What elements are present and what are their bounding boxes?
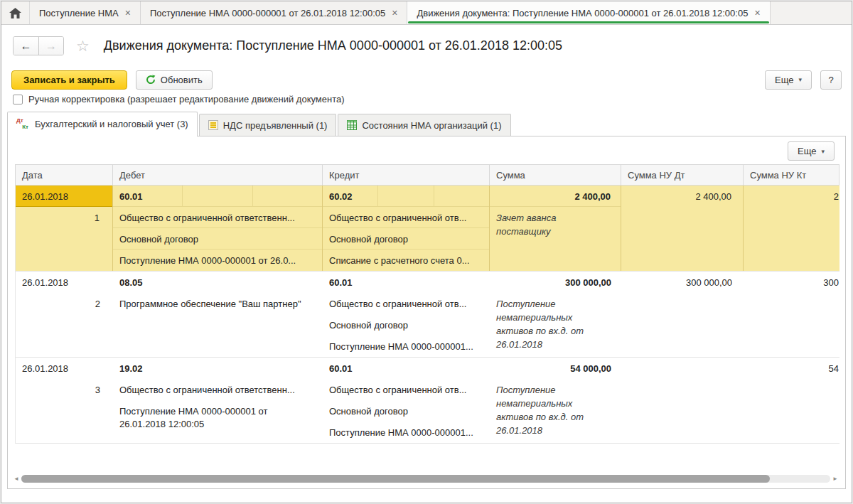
close-icon[interactable]: × <box>125 8 131 18</box>
subconto-entry: Программное обеспечение "Ваш партнер" <box>113 293 323 314</box>
close-icon[interactable]: × <box>754 8 760 18</box>
subconto-entry: Поступление НМА 0000-000001 от 26.01.201… <box>113 400 323 434</box>
table-header: ДатаДебетКредитСуммаСумма НУ ДтСумма НУ … <box>15 164 839 186</box>
scroll-right-arrow-icon[interactable]: ► <box>832 476 838 482</box>
table-more-button[interactable]: Еще ▾ <box>788 141 835 161</box>
sum-nu-dt-cell: 300 000,00 <box>621 272 744 357</box>
sum-nu-kt-amount: 2 <box>744 186 839 206</box>
register-tab-label: Бухгалтерский и налоговый учет (3) <box>35 119 188 129</box>
sum-cell: 54 000,00Поступление нематериальных акти… <box>490 358 621 443</box>
manual-adjustment-row: Ручная корректировка (разрешает редактир… <box>1 92 852 110</box>
row-number: 2 <box>16 293 113 314</box>
subconto-entry: Общество с ограниченной ответственн... <box>113 379 323 400</box>
date-cell: 26.01.20181 <box>16 186 113 271</box>
scroll-left-arrow-icon[interactable]: ◄ <box>14 476 19 482</box>
subconto-entry: Основной договор <box>113 228 322 250</box>
movement-comment: Зачет аванса поставщику <box>490 207 621 241</box>
refresh-button[interactable]: Обновить <box>136 70 213 90</box>
help-button[interactable]: ? <box>820 70 842 90</box>
dtkt-icon: ДтКт <box>16 118 30 130</box>
subconto-entry: Списание с расчетного счета 0... <box>323 250 489 271</box>
debit-abbr: Дт <box>16 118 23 124</box>
debit-cell: 08.05Программное обеспечение "Ваш партне… <box>113 272 323 357</box>
table-row[interactable]: 26.01.2018319.02Общество с ограниченной … <box>15 358 839 444</box>
column-header[interactable]: Дебет <box>113 165 323 185</box>
debit-cell: 19.02Общество с ограниченной ответственн… <box>113 358 323 443</box>
manual-adjustment-checkbox[interactable] <box>13 95 23 104</box>
subconto-entry: Общество с ограниченной ответственн... <box>113 207 322 228</box>
column-header[interactable]: Сумма НУ Дт <box>621 165 744 185</box>
refresh-icon <box>146 75 156 85</box>
register-tab[interactable]: Состояния НМА организаций (1) <box>338 114 510 136</box>
column-header[interactable]: Дата <box>16 165 113 185</box>
subconto-entry: Общество с ограниченной отв... <box>323 207 489 228</box>
column-header[interactable]: Кредит <box>323 165 490 185</box>
register-tab-label: Состояния НМА организаций (1) <box>362 120 501 131</box>
sum-nu-kt-amount: 300 <box>744 272 839 292</box>
window-tab[interactable]: Движения документа: Поступление НМА 0000… <box>407 1 770 24</box>
more-button[interactable]: Еще ▾ <box>765 70 812 90</box>
save-close-button[interactable]: Записать и закрыть <box>11 70 127 90</box>
row-number: 1 <box>16 207 112 228</box>
column-header[interactable]: Сумма НУ Кт <box>744 165 839 185</box>
subconto-spacer <box>378 186 434 206</box>
sum-amount: 2 400,00 <box>490 186 621 207</box>
favorite-star-icon[interactable]: ☆ <box>76 38 90 55</box>
sum-cell: 300 000,00Поступление нематериальных акт… <box>490 272 621 357</box>
sum-nu-kt-cell: 54 <box>744 358 839 443</box>
column-header[interactable]: Сумма <box>490 165 621 185</box>
movement-date: 26.01.2018 <box>16 358 113 379</box>
account-code: 60.01 <box>323 272 490 293</box>
close-icon[interactable]: × <box>392 8 397 18</box>
date-cell: 26.01.20182 <box>16 272 113 357</box>
scrollbar-track[interactable] <box>21 475 830 483</box>
subconto-entry: Основной договор <box>323 314 490 336</box>
home-button[interactable] <box>1 1 30 24</box>
page-title: Движения документа: Поступление НМА 0000… <box>104 38 562 53</box>
window-tab-label: Поступление НМА <box>39 8 119 18</box>
scrollbar-thumb[interactable] <box>21 475 770 483</box>
forward-button[interactable]: → <box>38 37 63 55</box>
subconto-spacer <box>434 186 489 206</box>
account-code: 60.01 <box>113 186 183 206</box>
nav-buttons: ← → <box>13 36 64 55</box>
table-row[interactable]: 26.01.2018160.01Общество с ограниченной … <box>15 186 839 272</box>
window-tab-label: Поступление НМА 0000-000001 от 26.01.201… <box>150 8 385 18</box>
subconto-spacer <box>183 186 252 206</box>
back-button[interactable]: ← <box>14 37 38 55</box>
movements-table: ДатаДебетКредитСуммаСумма НУ ДтСумма НУ … <box>15 164 839 444</box>
register-tab[interactable]: ДтКтБухгалтерский и налоговый учет (3) <box>7 112 198 136</box>
account-code: 60.02 <box>323 186 378 206</box>
credit-abbr: Кт <box>22 124 28 130</box>
row-number: 3 <box>16 379 113 400</box>
sum-nu-kt-cell: 2 <box>744 186 839 271</box>
command-bar: Записать и закрыть Обновить Еще ▾ ? <box>1 67 852 92</box>
vat-icon <box>208 120 218 130</box>
account-code: 19.02 <box>113 358 323 379</box>
sum-nu-kt-cell: 300 <box>744 272 839 357</box>
movement-date: 26.01.2018 <box>16 272 113 293</box>
register-tabs: ДтКтБухгалтерский и налоговый учет (3)НД… <box>1 110 852 136</box>
table-row[interactable]: 26.01.2018208.05Программное обеспечение … <box>15 272 839 358</box>
sum-nu-dt-amount: 2 400,00 <box>621 186 743 206</box>
window-tab[interactable]: Поступление НМА 0000-000001 от 26.01.201… <box>141 1 408 24</box>
sum-nu-dt-amount <box>621 358 744 365</box>
register-tab[interactable]: НДС предъявленный (1) <box>199 114 337 136</box>
movements-panel: Еще ▾ ДатаДебетКредитСуммаСумма НУ ДтСум… <box>7 136 846 489</box>
chevron-down-icon: ▾ <box>821 148 825 155</box>
account-code: 60.01 <box>323 358 490 379</box>
subconto-entry: Поступление НМА 0000-000001... <box>323 422 490 443</box>
account-code: 08.05 <box>113 272 323 293</box>
account-row: 60.01 <box>113 186 322 207</box>
sum-nu-dt-amount: 300 000,00 <box>621 272 744 292</box>
subconto-entry: Основной договор <box>323 400 490 422</box>
sum-nu-kt-amount: 54 <box>744 358 839 378</box>
subconto-entry: Поступление НМА 0000-000001 от 26.0... <box>113 250 322 271</box>
window-tab[interactable]: Поступление НМА× <box>30 1 141 24</box>
app-window: Поступление НМА×Поступление НМА 0000-000… <box>1 1 852 503</box>
subconto-entry: Общество с ограниченной отв... <box>323 379 490 400</box>
sum-nu-dt-cell: 2 400,00 <box>621 186 744 271</box>
top-tab-bar: Поступление НМА×Поступление НМА 0000-000… <box>1 1 852 25</box>
sum-amount: 54 000,00 <box>490 358 621 379</box>
subconto-entry: Поступление НМА 0000-000001... <box>323 336 490 357</box>
